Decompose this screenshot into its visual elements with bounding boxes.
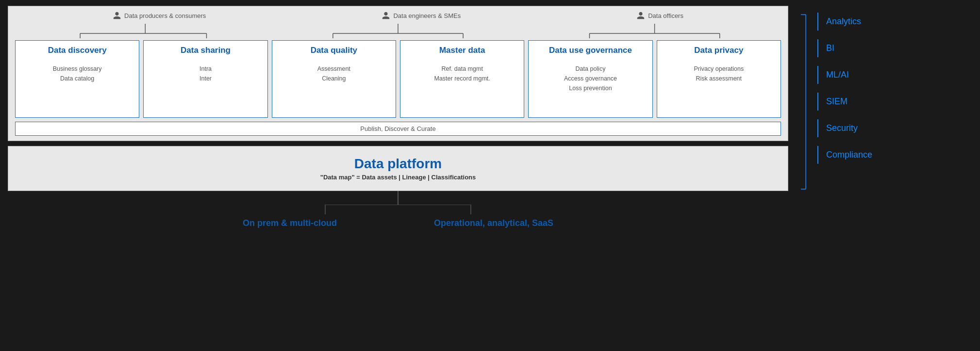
sidebar-item-compliance[interactable]: Compliance bbox=[817, 146, 968, 164]
platform-subtitle: "Data map" = Data assets | Lineage | Cla… bbox=[15, 174, 781, 181]
vertical-connector bbox=[398, 191, 399, 205]
card-data-discovery: Data discovery Business glossaryData cat… bbox=[15, 40, 139, 118]
persona-label: Data officers bbox=[648, 12, 683, 19]
branch-connector bbox=[252, 205, 544, 214]
card-master-data: Master data Ref. data mgmtMaster record … bbox=[400, 40, 524, 118]
persona-row: Data producers & consumers Data engineer… bbox=[15, 11, 781, 20]
card-data-use-governance: Data use governance Data policyAccess go… bbox=[528, 40, 652, 118]
branch-svg bbox=[252, 205, 544, 214]
cards-row: Data discovery Business glossaryData cat… bbox=[15, 40, 781, 118]
branch-labels: On prem & multi-cloud Operational, analy… bbox=[243, 218, 553, 228]
persona-officers: Data officers bbox=[636, 11, 683, 20]
persona-engineers: Data engineers & SMEs bbox=[382, 11, 461, 20]
publish-bar: Publish, Discover & Curate bbox=[15, 122, 781, 136]
persona-label: Data engineers & SMEs bbox=[393, 12, 461, 19]
persona-producers: Data producers & consumers bbox=[113, 11, 206, 20]
sidebar-item-bi[interactable]: BI bbox=[817, 39, 968, 57]
branch-label-operational: Operational, analytical, SaaS bbox=[434, 218, 553, 228]
main-area: Data producers & consumers Data engineer… bbox=[0, 0, 796, 351]
right-sidebar: Analytics BI ML/AI SIEM Security Complia… bbox=[796, 0, 980, 351]
sidebar-list: Analytics BI ML/AI SIEM Security Complia… bbox=[817, 13, 968, 166]
sidebar-item-siem[interactable]: SIEM bbox=[817, 93, 968, 111]
persona-label: Data producers & consumers bbox=[124, 12, 206, 19]
governance-section: Data producers & consumers Data engineer… bbox=[8, 6, 788, 141]
bracket-svg bbox=[796, 10, 811, 194]
card-data-sharing: Data sharing IntraInter bbox=[143, 40, 267, 118]
platform-section: Data platform "Data map" = Data assets |… bbox=[8, 146, 788, 191]
sidebar-item-mlai[interactable]: ML/AI bbox=[817, 66, 968, 84]
platform-title: Data platform bbox=[15, 156, 781, 172]
branch-label-onprem: On prem & multi-cloud bbox=[243, 218, 337, 228]
sidebar-item-security[interactable]: Security bbox=[817, 119, 968, 137]
bottom-section: On prem & multi-cloud Operational, analy… bbox=[8, 191, 788, 351]
sidebar-item-analytics[interactable]: Analytics bbox=[817, 13, 968, 31]
card-data-privacy: Data privacy Privacy operationsRisk asse… bbox=[657, 40, 781, 118]
connector-lines bbox=[15, 24, 781, 38]
card-data-quality: Data quality AssessmentCleaning bbox=[272, 40, 396, 118]
